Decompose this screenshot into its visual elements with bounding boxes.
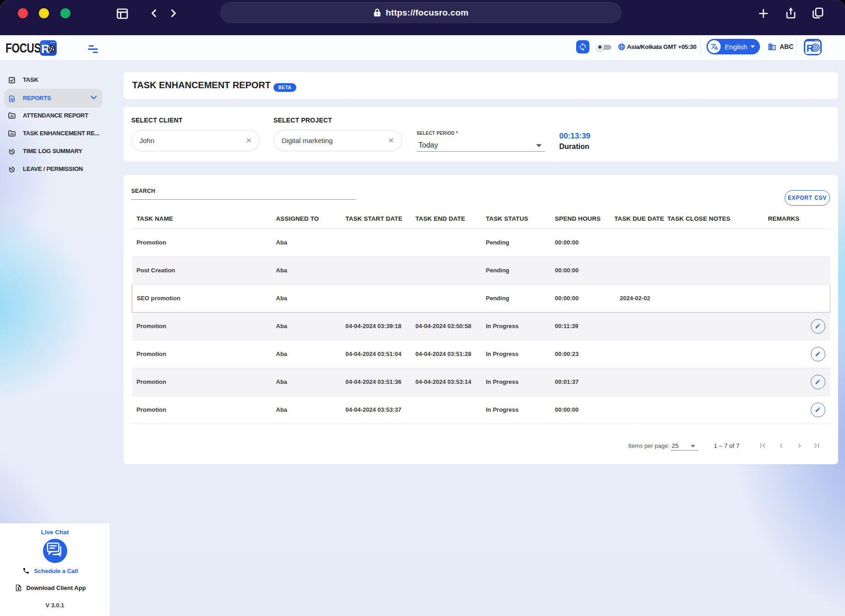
svg-text:R: R — [807, 42, 814, 54]
